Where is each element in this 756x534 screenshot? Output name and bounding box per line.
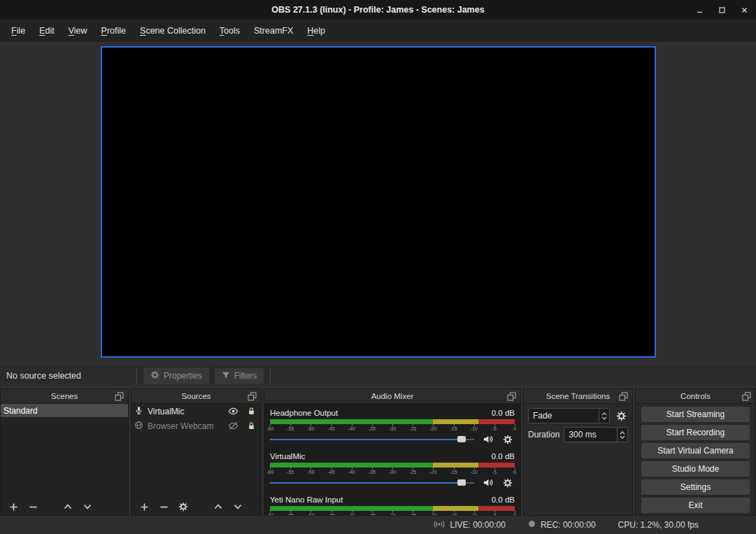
meter-scale: -60-55-50-45-40-35-30-25-20-15-10-50 bbox=[270, 468, 515, 475]
exit-button[interactable]: Exit bbox=[641, 498, 750, 513]
transitions-body: Fade Duration 300 ms bbox=[524, 404, 632, 515]
rec-status: REC: 00:00:00 bbox=[528, 520, 596, 530]
minimize-icon[interactable] bbox=[694, 5, 704, 15]
sources-dock-header: Sources bbox=[131, 389, 261, 404]
dock-popout-icon[interactable] bbox=[507, 391, 516, 404]
cpu-fps-stats: CPU: 1.2%, 30.00 fps bbox=[618, 520, 699, 530]
live-status: LIVE: 00:00:00 bbox=[434, 519, 505, 531]
live-time: LIVE: 00:00:00 bbox=[450, 520, 505, 530]
start-streaming-button[interactable]: Start Streaming bbox=[641, 407, 750, 422]
dock-popout-icon[interactable] bbox=[115, 391, 124, 404]
speaker-icon[interactable] bbox=[480, 433, 494, 447]
source-name: Browser Webcam bbox=[148, 421, 222, 431]
mixer-channel: Headphone Output 0.0 dB -60-55-50-45-40-… bbox=[270, 407, 515, 445]
window-title: OBS 27.1.3 (linux) - Profile: James - Sc… bbox=[0, 5, 756, 15]
mixer-dock-title: Audio Mixer bbox=[371, 392, 414, 400]
volume-meter bbox=[270, 419, 515, 424]
mixer-channel-name: Yeti Nano Raw Input bbox=[270, 496, 343, 504]
start-recording-button[interactable]: Start Recording bbox=[641, 425, 750, 440]
menu-item-profile[interactable]: Profile bbox=[94, 22, 133, 39]
source-properties-gear-icon[interactable] bbox=[176, 500, 190, 514]
maximize-icon[interactable] bbox=[717, 5, 727, 15]
scene-item-standard[interactable]: Standard bbox=[1, 404, 128, 417]
menu-item-file[interactable]: File bbox=[4, 22, 32, 39]
mixer-channel-level: 0.0 dB bbox=[492, 452, 515, 461]
rec-time: REC: 00:00:00 bbox=[541, 520, 596, 530]
source-row-browser-webcam[interactable]: Browser Webcam bbox=[131, 419, 261, 433]
scenes-toolbar bbox=[1, 498, 128, 515]
dock-popout-icon[interactable] bbox=[742, 391, 751, 404]
sources-dock: Sources VirtualMic bbox=[131, 388, 262, 516]
dock-popout-icon[interactable] bbox=[248, 391, 257, 404]
studio-mode-button[interactable]: Studio Mode bbox=[641, 461, 750, 477]
preview-area bbox=[0, 42, 756, 366]
add-scene-icon[interactable] bbox=[6, 500, 20, 514]
transition-select[interactable]: Fade bbox=[528, 408, 610, 423]
move-scene-down-icon[interactable] bbox=[80, 500, 94, 514]
visibility-off-icon[interactable] bbox=[226, 419, 240, 433]
source-name: VirtualMic bbox=[148, 407, 222, 416]
transition-value: Fade bbox=[529, 411, 599, 421]
titlebar: OBS 27.1.3 (linux) - Profile: James - Sc… bbox=[0, 0, 756, 20]
duration-value: 300 ms bbox=[564, 430, 617, 440]
transitions-dock-header: Scene Transitions bbox=[524, 389, 632, 404]
mixer-gear-icon[interactable] bbox=[501, 433, 515, 447]
menu-item-help[interactable]: Help bbox=[300, 22, 332, 39]
controls-dock-title: Controls bbox=[680, 392, 711, 400]
controls-buttons: Start StreamingStart RecordingStart Virt… bbox=[636, 404, 755, 515]
mixer-channel: VirtualMic 0.0 dB -60-55-50-45-40-35-30-… bbox=[270, 451, 515, 489]
filters-button[interactable]: Filters bbox=[214, 367, 265, 385]
mixer-channel-name: Headphone Output bbox=[270, 409, 338, 417]
sources-dock-title: Sources bbox=[181, 392, 211, 400]
mixer-channel-name: VirtualMic bbox=[270, 452, 305, 461]
menu-item-tools[interactable]: Tools bbox=[213, 22, 247, 39]
toolbar-separator bbox=[270, 369, 271, 383]
preview-canvas[interactable] bbox=[101, 46, 656, 358]
broadcast-icon bbox=[434, 519, 445, 531]
volume-meter bbox=[270, 463, 515, 468]
move-source-down-icon[interactable] bbox=[231, 500, 245, 514]
settings-button[interactable]: Settings bbox=[641, 479, 750, 495]
menu-item-scene-collection[interactable]: Scene Collection bbox=[133, 22, 213, 39]
start-virtual-camera-button[interactable]: Start Virtual Camera bbox=[641, 443, 750, 458]
menu-item-view[interactable]: View bbox=[62, 22, 94, 39]
move-scene-up-icon[interactable] bbox=[61, 500, 75, 514]
transition-select-row: Fade bbox=[528, 408, 628, 423]
close-icon[interactable] bbox=[739, 5, 749, 15]
move-source-up-icon[interactable] bbox=[211, 500, 225, 514]
scene-name: Standard bbox=[3, 406, 38, 416]
source-toolbar: No source selected Properties Filters bbox=[0, 366, 756, 386]
duration-row: Duration 300 ms bbox=[528, 427, 628, 442]
filter-icon bbox=[222, 371, 230, 381]
menu-item-streamfx[interactable]: StreamFX bbox=[247, 22, 300, 39]
meter-scale: -60-55-50-45-40-35-30-25-20-15-10-50 bbox=[270, 511, 515, 515]
controls-dock-header: Controls bbox=[636, 389, 755, 404]
record-dot-icon bbox=[528, 520, 536, 530]
volume-meter bbox=[270, 506, 515, 511]
properties-button[interactable]: Properties bbox=[143, 367, 210, 385]
combo-spinner[interactable] bbox=[599, 409, 609, 423]
audio-mixer-dock: Audio Mixer Headphone Output 0.0 dB -60-… bbox=[264, 388, 521, 516]
scenes-dock-header: Scenes bbox=[1, 389, 128, 404]
remove-source-icon[interactable] bbox=[157, 500, 171, 514]
duration-label: Duration bbox=[528, 430, 559, 440]
remove-scene-icon[interactable] bbox=[26, 500, 40, 514]
lock-icon[interactable] bbox=[244, 405, 258, 419]
volume-slider[interactable] bbox=[270, 433, 474, 445]
duration-spinbox[interactable]: 300 ms bbox=[564, 427, 628, 442]
source-row-virtualmic[interactable]: VirtualMic bbox=[131, 404, 261, 419]
docks: Scenes Standard bbox=[0, 388, 756, 516]
lock-icon[interactable] bbox=[244, 419, 258, 433]
mixer-gear-icon[interactable] bbox=[501, 476, 515, 490]
meter-scale: -60-55-50-45-40-35-30-25-20-15-10-50 bbox=[270, 424, 515, 432]
visibility-icon[interactable] bbox=[226, 405, 240, 419]
speaker-icon[interactable] bbox=[480, 476, 494, 490]
mixer-channel-level: 0.0 dB bbox=[492, 409, 515, 417]
add-source-icon[interactable] bbox=[137, 500, 151, 514]
dock-popout-icon[interactable] bbox=[619, 391, 628, 404]
volume-slider[interactable] bbox=[270, 477, 474, 489]
menu-item-edit[interactable]: Edit bbox=[32, 22, 62, 39]
transition-properties-gear-icon[interactable] bbox=[614, 409, 628, 423]
duration-spinner[interactable] bbox=[617, 428, 627, 442]
no-source-label: No source selected bbox=[0, 371, 133, 381]
